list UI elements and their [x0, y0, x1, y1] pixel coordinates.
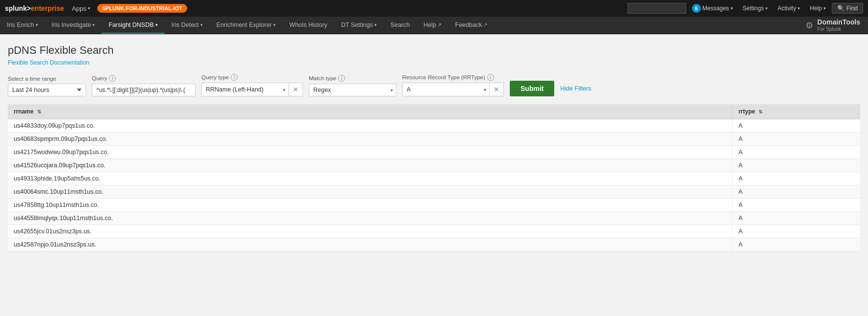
nav-item-iris-investigate[interactable]: Iris Investigate ▾	[45, 17, 102, 34]
cell-rrtype: A	[732, 225, 860, 238]
sort-icon-rrname: ⇅	[37, 109, 41, 114]
results-table: rrname ⇅ rrtype ⇅ us44833doy.09up7pqs1us…	[8, 104, 860, 251]
nav-item-enrichment-explorer[interactable]: Enrichment Explorer ▾	[210, 17, 282, 34]
rr-type-info-icon[interactable]: i	[487, 74, 494, 81]
apps-button[interactable]: Apps ▾	[68, 3, 94, 14]
cell-rrtype: A	[732, 238, 860, 251]
nav-item-whois-history[interactable]: WhoIs History	[282, 17, 334, 34]
cell-rrtype: A	[732, 159, 860, 172]
col-header-rrtype[interactable]: rrtype ⇅	[732, 104, 860, 119]
query-type-label: Query type i	[201, 74, 303, 81]
nav-label-search: Search	[391, 22, 410, 28]
query-info-icon[interactable]: i	[109, 75, 116, 82]
cell-rrname: us42587npjo.01us2nsz3ps.us.	[8, 238, 732, 251]
col-label-rrtype: rrtype	[738, 108, 755, 115]
submit-button[interactable]: Submit	[510, 81, 554, 96]
query-type-filter: Query type i RRName (Left-Hand) RRName (…	[201, 74, 303, 96]
match-type-info-icon[interactable]: i	[338, 75, 345, 82]
nav-item-dt-settings[interactable]: DT Settings ▾	[334, 17, 384, 34]
activity-button[interactable]: Activity ▾	[774, 3, 804, 14]
nav-item-help[interactable]: Help ↗	[417, 17, 449, 34]
nav-label-whois-history: WhoIs History	[289, 22, 327, 28]
cell-rrtype: A	[732, 199, 860, 212]
time-range-label: Select a time range	[8, 76, 86, 82]
find-button[interactable]: 🔍 Find	[832, 3, 863, 14]
search-icon: 🔍	[837, 5, 845, 12]
domain-tools-logo: ⚙ DomainTools For Splunk	[798, 17, 868, 34]
match-type-arrow-icon: ▾	[388, 88, 396, 93]
apps-label: Apps	[72, 5, 87, 12]
cell-rrname: us40064smc.10up11msth1us.co.	[8, 185, 732, 199]
time-range-filter: Select a time range Last 24 hours Last 7…	[8, 76, 86, 96]
table-row: us42175wodwwu.09up7pqs1us.co.A	[8, 146, 860, 159]
time-range-select[interactable]: Last 24 hours Last 7 days Last 30 days L…	[8, 84, 86, 96]
settings-label: Settings	[743, 5, 764, 12]
find-label: Find	[846, 5, 858, 12]
settings-chevron-icon: ▾	[765, 6, 768, 11]
query-type-info-icon[interactable]: i	[231, 74, 238, 81]
cell-rrname: us42655jcv.01us2nsz3ps.us.	[8, 225, 732, 238]
nav-label-iris-investigate: Iris Investigate	[52, 22, 91, 28]
messages-button[interactable]: 6 Messages ▾	[688, 2, 737, 15]
messages-chevron-icon: ▾	[731, 6, 733, 11]
match-type-select[interactable]: Regex Glob Exact	[309, 84, 388, 96]
external-icon-help: ↗	[437, 22, 441, 27]
nav-item-feedback[interactable]: Feedback ↗	[448, 17, 494, 34]
col-header-rrname[interactable]: rrname ⇅	[8, 104, 732, 119]
splunk-logo: splunk>enterprise	[5, 4, 64, 12]
rr-type-clear-button[interactable]: ✕	[489, 83, 503, 96]
top-bar-left: splunk>enterprise Apps ▾ SPLUNK-FOR-INDU…	[5, 3, 187, 14]
messages-count: 6	[692, 4, 701, 13]
apps-chevron-icon: ▾	[88, 6, 90, 11]
doc-link[interactable]: Flexible Search Documentation	[8, 59, 89, 66]
table-header: rrname ⇅ rrtype ⇅	[8, 104, 860, 119]
help-chevron-icon: ▾	[824, 6, 826, 11]
top-search-input[interactable]	[628, 3, 686, 14]
query-label: Query i	[92, 75, 195, 82]
nav-label-feedback: Feedback	[455, 22, 482, 28]
nav-label-iris-enrich: Iris Enrich	[7, 22, 34, 28]
hide-filters-button[interactable]: Hide Filters	[560, 81, 591, 96]
activity-label: Activity	[778, 5, 796, 12]
cell-rrname: us41526ucojara.09up7pqs1us.co.	[8, 159, 732, 172]
gear-icon: ⚙	[805, 20, 813, 31]
query-input[interactable]	[92, 84, 195, 96]
cell-rrtype: A	[732, 133, 860, 146]
cell-rrname: us42175wodwwu.09up7pqs1us.co.	[8, 146, 732, 159]
domain-tools-name: DomainTools	[817, 18, 860, 26]
rr-type-select[interactable]: A AAAA CNAME MX NS TXT SOA	[403, 84, 481, 95]
sort-icon-rrtype: ⇅	[759, 109, 762, 114]
match-type-label: Match type i	[309, 75, 396, 82]
match-type-select-wrap: Regex Glob Exact ▾	[309, 84, 396, 96]
external-icon-feedback: ↗	[483, 22, 487, 27]
query-type-select[interactable]: RRName (Left-Hand) RRName (Right-Hand) R…	[202, 84, 280, 95]
table-row: us42587npjo.01us2nsz3ps.us.A	[8, 238, 860, 251]
rr-type-label: Resource Record Type (RRType) i	[402, 74, 504, 81]
splunk-edition: enterprise	[31, 4, 64, 12]
help-label: Help	[810, 5, 822, 12]
nav-item-iris-detect[interactable]: Iris Detect ▾	[165, 17, 210, 34]
nav-item-iris-enrich[interactable]: Iris Enrich ▾	[0, 17, 45, 34]
nav-item-search[interactable]: Search	[384, 17, 417, 34]
nav-item-farsight-dnsdb[interactable]: Farsight DNSDB ▾	[102, 17, 164, 34]
settings-button[interactable]: Settings ▾	[739, 3, 772, 14]
cell-rrname: us44833doy.09up7pqs1us.co.	[8, 119, 732, 133]
filters-row: Select a time range Last 24 hours Last 7…	[8, 74, 860, 96]
query-type-arrow-icon: ▾	[280, 87, 288, 92]
query-filter: Query i	[92, 75, 195, 96]
help-button[interactable]: Help ▾	[806, 3, 830, 14]
cell-rrtype: A	[732, 185, 860, 199]
query-type-clear-button[interactable]: ✕	[288, 83, 303, 96]
secondary-nav: Iris Enrich ▾ Iris Investigate ▾ Farsigh…	[0, 17, 868, 34]
match-type-filter: Match type i Regex Glob Exact ▾	[309, 75, 396, 96]
nav-chevron-iris-enrich: ▾	[36, 23, 38, 27]
top-bar-right: 6 Messages ▾ Settings ▾ Activity ▾ Help …	[628, 2, 863, 15]
nav-chevron-dt-settings: ▾	[374, 23, 377, 27]
nav-label-dt-settings: DT Settings	[341, 22, 373, 28]
cell-rrname: us40683spmprm.09up7pqs1us.co.	[8, 133, 732, 146]
cell-rrtype: A	[732, 146, 860, 159]
nav-right: ⚙ DomainTools For Splunk	[798, 17, 868, 34]
table-row: us41526ucojara.09up7pqs1us.co.A	[8, 159, 860, 172]
splunk-wordmark: splunk>	[5, 4, 31, 12]
cell-rrtype: A	[732, 212, 860, 225]
